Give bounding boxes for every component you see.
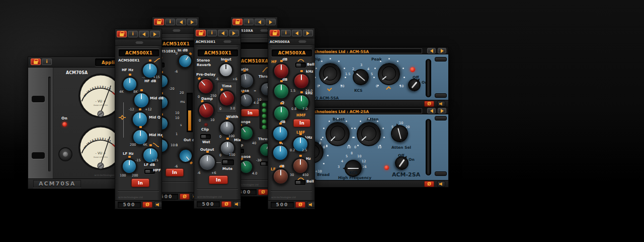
info-button[interactable]: i bbox=[281, 30, 291, 36]
power-switch[interactable] bbox=[58, 147, 72, 161]
titlebar: i bbox=[268, 28, 314, 38]
hf-khz-knob[interactable] bbox=[293, 73, 310, 90]
info-button[interactable]: i bbox=[42, 58, 52, 65]
prev-button[interactable] bbox=[218, 30, 228, 36]
lf-hz-knob[interactable] bbox=[292, 157, 309, 174]
fader-top-button[interactable] bbox=[435, 57, 447, 62]
next-button[interactable] bbox=[438, 48, 446, 53]
prev-button[interactable] bbox=[427, 108, 436, 113]
next-button[interactable] bbox=[187, 19, 197, 25]
slot-display[interactable]: 500 bbox=[271, 202, 294, 208]
fader-top-button[interactable] bbox=[435, 116, 447, 120]
vu-model: Model ACM70SA bbox=[94, 104, 108, 106]
acm5sa-bottombar: Ø bbox=[295, 100, 448, 107]
input-knob[interactable] bbox=[218, 63, 233, 78]
acm5sa-title-display[interactable]: acm technologies Ltd : ACM-5SA bbox=[297, 48, 422, 53]
in-button[interactable]: In bbox=[209, 175, 228, 184]
fader-bottom-button[interactable] bbox=[435, 171, 447, 176]
lock-button[interactable] bbox=[154, 19, 164, 25]
info-button[interactable]: i bbox=[165, 19, 175, 25]
preset-display[interactable]: ACM510X1 bbox=[156, 40, 196, 47]
in-button[interactable]: In bbox=[241, 109, 259, 116]
mute-button[interactable] bbox=[437, 101, 445, 107]
bypass-button[interactable]: Ø bbox=[221, 201, 231, 207]
slot-display[interactable]: 500 bbox=[118, 202, 141, 208]
mute-button[interactable] bbox=[233, 201, 241, 207]
info-button[interactable]: i bbox=[244, 19, 254, 25]
output-fader[interactable] bbox=[426, 119, 431, 175]
in-button[interactable]: In bbox=[166, 168, 184, 176]
mute-link-line bbox=[216, 162, 221, 163]
range-mark: 40 bbox=[252, 141, 256, 145]
bypass-button[interactable]: Ø bbox=[180, 194, 190, 200]
mute-button[interactable] bbox=[154, 202, 162, 208]
preset-display[interactable]: ACM530X1 bbox=[198, 49, 238, 56]
prev-button[interactable] bbox=[255, 19, 265, 25]
mute-button[interactable] bbox=[307, 202, 315, 208]
lmf-db-knob[interactable] bbox=[272, 125, 289, 142]
lock-button[interactable] bbox=[31, 58, 41, 65]
dragbar[interactable] bbox=[115, 39, 162, 46]
mute-button[interactable] bbox=[437, 181, 445, 187]
mid-q-knob[interactable] bbox=[131, 111, 148, 128]
lock-button[interactable] bbox=[196, 30, 206, 36]
out-db-knob[interactable] bbox=[175, 145, 196, 166]
lf-bell-toggle[interactable] bbox=[295, 180, 305, 185]
mid-db-knob[interactable] bbox=[133, 92, 150, 109]
power-knob[interactable] bbox=[392, 154, 412, 173]
bypass-button[interactable]: Ø bbox=[258, 189, 268, 195]
slot-display[interactable]: 500 bbox=[197, 201, 220, 207]
output-fader[interactable] bbox=[426, 59, 431, 97]
bypass-button[interactable]: Ø bbox=[424, 101, 434, 107]
preset-display[interactable]: ACM500XA bbox=[272, 49, 312, 56]
preset-text: ACM510X1 bbox=[163, 41, 190, 46]
wet-toggle[interactable] bbox=[200, 134, 211, 139]
lock-icon bbox=[273, 32, 277, 35]
hf-bell-toggle[interactable] bbox=[295, 63, 306, 68]
hmf-khz-label: kHz bbox=[305, 91, 313, 95]
preset-display[interactable]: ACM500X1 bbox=[119, 49, 159, 56]
attack-max: 10 bbox=[175, 111, 179, 115]
acm2sa-title-display[interactable]: acm technologies Ltd : ACM-2SA bbox=[297, 108, 422, 113]
output-knob[interactable] bbox=[198, 153, 216, 171]
clip-label: Clip bbox=[201, 128, 209, 132]
acm70sa-face: ACM70SA 20 10 7 5 3 2 1 0 1 2 3 - VU + M… bbox=[53, 68, 123, 178]
prev-button[interactable] bbox=[427, 48, 436, 53]
lf-db-knob[interactable] bbox=[272, 168, 289, 185]
next-button[interactable] bbox=[229, 30, 239, 36]
bypass-button[interactable]: Ø bbox=[424, 181, 434, 187]
lock-button[interactable] bbox=[270, 30, 280, 36]
dragbar[interactable]: ACM530X1 bbox=[194, 38, 240, 45]
info-button[interactable]: i bbox=[207, 30, 217, 36]
gate-toggle[interactable] bbox=[260, 161, 268, 166]
hf-db-knob[interactable] bbox=[273, 63, 290, 80]
info-button[interactable]: i bbox=[128, 31, 138, 37]
power-knob[interactable] bbox=[406, 76, 423, 94]
hmf-q-knob[interactable] bbox=[273, 105, 290, 122]
lock-button[interactable] bbox=[117, 31, 127, 37]
in-button[interactable]: In bbox=[131, 178, 149, 187]
lmf-q-knob[interactable] bbox=[272, 144, 289, 161]
hmf-db-knob[interactable] bbox=[273, 83, 290, 100]
unit-name-plate[interactable]: ACM70SA bbox=[33, 180, 81, 188]
next-icon bbox=[269, 20, 272, 24]
prev-button[interactable] bbox=[176, 19, 186, 25]
next-button[interactable] bbox=[438, 108, 446, 113]
mute-toggle[interactable] bbox=[222, 159, 234, 165]
dragbar[interactable]: ACM500XA bbox=[268, 38, 314, 45]
fader-bottom-button[interactable] bbox=[435, 93, 447, 98]
next-button[interactable] bbox=[266, 19, 276, 25]
prev-button[interactable] bbox=[292, 30, 302, 36]
next-button[interactable] bbox=[303, 30, 313, 36]
next-button[interactable] bbox=[150, 31, 160, 37]
lock-button[interactable] bbox=[232, 19, 243, 25]
bypass-button[interactable]: Ø bbox=[295, 202, 305, 208]
in-db-knob[interactable] bbox=[175, 50, 196, 72]
bypass-button[interactable]: Ø bbox=[142, 202, 152, 208]
acm500xa-window: i ACM500XA ACM500XA HF dB Bell kHz 1.5 1… bbox=[268, 28, 315, 209]
in-button[interactable]: In bbox=[293, 119, 310, 127]
atten-label: Atten bbox=[367, 117, 378, 122]
width-max: 100 bbox=[228, 134, 234, 138]
rail-slot bbox=[48, 77, 51, 171]
prev-button[interactable] bbox=[139, 31, 149, 37]
